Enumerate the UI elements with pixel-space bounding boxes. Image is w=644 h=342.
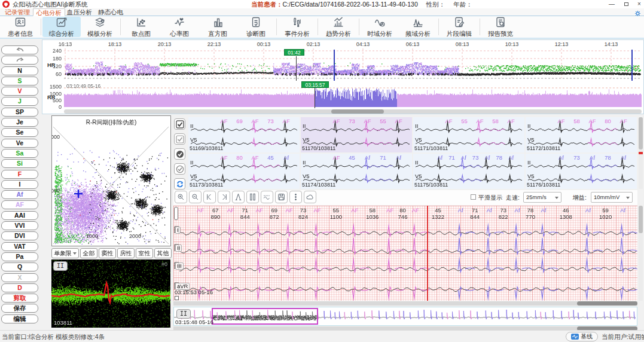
- filter-button-4[interactable]: 室性: [136, 248, 153, 258]
- sync-icon[interactable]: [174, 178, 185, 190]
- toolbar-report-preview[interactable]: 报告预览: [481, 17, 520, 37]
- sidebar-button-SP[interactable]: SP: [1, 108, 38, 117]
- next-page-icon[interactable]: [218, 191, 230, 203]
- toolbar-comprehensive-analysis[interactable]: 综合分析: [42, 17, 81, 37]
- template-cell-51174[interactable]: AF45Af71AfIIV551174/103811: [301, 154, 412, 189]
- toolbar-frequency-domain[interactable]: 频域分析: [399, 17, 437, 37]
- cloud-icon[interactable]: [304, 191, 316, 203]
- toolbar-scatter-plot[interactable]: 散点图: [122, 17, 160, 37]
- sidebar-button-VAT[interactable]: VAT: [1, 242, 38, 251]
- prev-page-icon[interactable]: [203, 191, 216, 203]
- filter-button-0[interactable]: 单象限: [51, 248, 79, 258]
- checkbox-checked-icon[interactable]: [174, 118, 185, 130]
- minimize-button[interactable]: —: [606, 0, 617, 8]
- overview-lead-button[interactable]: II: [176, 309, 191, 319]
- sidebar-button-F[interactable]: F: [1, 170, 38, 179]
- caliper-icon[interactable]: [232, 191, 245, 203]
- overview-selection-rect[interactable]: [212, 308, 318, 325]
- speed-select[interactable]: 25mm/s: [523, 192, 561, 203]
- zoom-in-icon[interactable]: [175, 191, 187, 203]
- zoom-out-icon[interactable]: [189, 191, 202, 203]
- filter-button-1[interactable]: 全部: [80, 248, 97, 258]
- ecg-overview-strip[interactable]: II 03:15:48 05-16: [173, 307, 637, 326]
- sidebar-button-N[interactable]: N: [1, 66, 38, 75]
- sidebar-button-I[interactable]: I: [1, 180, 38, 189]
- filter-button-2[interactable]: 窦性: [99, 248, 116, 258]
- ecg-strip-checkbox[interactable]: [175, 296, 179, 300]
- template-grid-scrollbar-thumb[interactable]: [639, 117, 643, 149]
- sidebar-button-X[interactable]: X: [1, 273, 38, 282]
- sidebar-button-V[interactable]: V: [1, 87, 38, 96]
- sidebar-button-AF[interactable]: AF: [1, 200, 38, 209]
- toolbar-heart-rate[interactable]: 心率图: [160, 17, 199, 37]
- sidebar-button-Ve[interactable]: Ve: [1, 139, 38, 148]
- ecg-vertical-scrollbar-thumb[interactable]: [639, 206, 643, 233]
- ecg-horizontal-scrollbar[interactable]: [173, 301, 637, 306]
- sidebar-button-Q[interactable]: Q: [1, 262, 38, 271]
- template-cell-51169[interactable]: AF69AF73AFIIV551169/103811: [188, 117, 300, 152]
- sidebar-button-undo[interactable]: [1, 45, 38, 54]
- sidebar-button-D[interactable]: D: [1, 283, 38, 292]
- ruler-icon[interactable]: [246, 191, 259, 203]
- save-icon[interactable]: [275, 191, 288, 203]
- sidebar-button-redo[interactable]: [1, 56, 38, 65]
- baseline-button[interactable]: 基线: [566, 332, 598, 341]
- circle-check-outline-icon[interactable]: [174, 163, 185, 175]
- ecg-vertical-scrollbar[interactable]: [639, 206, 643, 301]
- sidebar-button-剪取[interactable]: 剪取: [1, 294, 38, 303]
- toolbar-diagnosis[interactable]: 诊断图: [237, 17, 275, 37]
- checkbox-light-icon[interactable]: [174, 133, 185, 145]
- sidebar-button-Pa[interactable]: Pa: [1, 252, 38, 261]
- rr-scatter-plot[interactable]: [52, 124, 170, 246]
- template-cell-51175[interactable]: Af71Af73Af78AfIIV551175/103811: [413, 154, 524, 189]
- sidebar-button-J[interactable]: J: [1, 97, 38, 106]
- hr-trend-chart[interactable]: [64, 48, 642, 81]
- maximize-button[interactable]: [621, 0, 631, 8]
- gain-select[interactable]: 10mm/mV: [591, 192, 633, 203]
- sidebar-button-Si[interactable]: Si: [1, 159, 38, 168]
- template-grid-scrollbar[interactable]: [639, 117, 643, 189]
- circle-check-filled-icon[interactable]: [174, 148, 185, 160]
- sidebar-button-S[interactable]: S: [1, 77, 38, 86]
- rr-scatter-panel[interactable]: R-R间期(排除伪差) 1000 2000 2000 1000: [51, 115, 171, 246]
- menu-tab-3[interactable]: 静态心电: [95, 8, 126, 16]
- sidebar-button-Af[interactable]: Af: [1, 190, 38, 199]
- sidebar-button-保存[interactable]: 保存: [1, 304, 38, 313]
- toolbar-patient-info[interactable]: 患者信息: [1, 17, 39, 37]
- sidebar-button-Se[interactable]: Se: [1, 128, 38, 137]
- toolbar-segment-edit[interactable]: 片段编辑: [440, 17, 478, 37]
- sidebar-button-AAI[interactable]: AAI: [1, 211, 38, 220]
- smooth-display-checkbox[interactable]: [471, 194, 476, 200]
- toolbar-time-domain[interactable]: 时域分析: [361, 17, 399, 37]
- trend-scrollbar[interactable]: [64, 109, 642, 114]
- menu-tab-1[interactable]: 心电分析: [33, 8, 65, 16]
- hr-event-tag[interactable]: 01:42: [284, 49, 304, 56]
- sidebar-button-Je[interactable]: Je: [1, 118, 38, 127]
- sidebar-button-DVI[interactable]: DVI: [1, 231, 38, 240]
- rr-trend-chart[interactable]: [64, 83, 642, 109]
- rr-event-tag[interactable]: 03:15:57: [301, 81, 329, 88]
- toolbar-template-analysis[interactable]: 模板分析: [81, 17, 119, 37]
- filter-button-3[interactable]: 房性: [117, 248, 135, 258]
- ecg-waveform-panel[interactable]: AFAFAFAFAFAFAFAFAfAfAfAfAfAf678907184469…: [173, 206, 637, 301]
- more-icon[interactable]: [289, 191, 302, 203]
- sidebar-button-VVI[interactable]: VVI: [1, 221, 38, 230]
- sidebar-button-Sa[interactable]: Sa: [1, 149, 38, 158]
- toolbar-histogram[interactable]: 直方图: [199, 17, 237, 37]
- menu-tab-0[interactable]: 记录管理: [2, 8, 33, 16]
- trend-scrollbar-thumb[interactable]: [331, 109, 384, 114]
- template-cell-51170[interactable]: AF73AF55AFIIV551170/103811: [301, 117, 412, 152]
- template-lead-button[interactable]: II: [53, 261, 68, 271]
- close-button[interactable]: ×: [634, 0, 644, 8]
- filter-button-5[interactable]: 其他: [154, 248, 172, 258]
- template-cell-51172[interactable]: AF58AF80AFIIV551172/103811: [526, 117, 637, 152]
- toolbar-event-analysis[interactable]: 事件分析: [278, 17, 316, 37]
- template-cell-51171[interactable]: AF55AF58AFIIV551171/103811: [413, 117, 524, 152]
- toolbar-trend-analysis[interactable]: 趋势分析: [319, 17, 358, 37]
- template-cell-51176[interactable]: Af73Af78AfIIV551176/103811: [526, 154, 637, 189]
- sidebar-button-编辑[interactable]: 编辑: [1, 314, 38, 323]
- ecg-horizontal-scrollbar-thumb[interactable]: [577, 301, 637, 306]
- template-overlay-panel[interactable]: II #0 103811: [51, 259, 170, 328]
- baseline-measure-icon[interactable]: [261, 191, 273, 203]
- menu-tab-2[interactable]: 血压分析: [64, 8, 95, 16]
